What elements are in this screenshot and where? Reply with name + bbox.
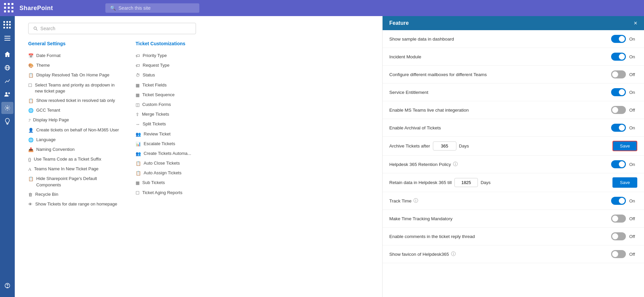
settings-item-display-resolved[interactable]: 📋 Display Resolved Tab On Home Page (28, 70, 122, 80)
content-search-icon (33, 26, 38, 31)
settings-item-date-format[interactable]: 📅 Date Format (28, 51, 122, 61)
toggle-comments-reply[interactable] (611, 232, 626, 240)
sidebar-icon-people[interactable] (1, 88, 13, 101)
sidebar-icon-help[interactable] (1, 280, 13, 292)
settings-item-label: Hide Sharepoint Page's Default Component… (36, 176, 122, 188)
escalate-tickets-icon: 📊 (136, 141, 141, 147)
settings-item-auto-assign[interactable]: 📋 Auto Assign Tickets (136, 168, 230, 178)
settings-item-label: Display Resolved Tab On Home Page (36, 72, 109, 78)
settings-item-recycle[interactable]: 🗑 Recycle Bin (28, 190, 122, 199)
toggle-time-tracking-mandatory[interactable] (611, 215, 626, 223)
archive-tickets-label: Archive Tickets after (389, 143, 430, 148)
sidebar-icon-chart[interactable] (1, 75, 13, 87)
settings-item-ticket-fields[interactable]: ▦ Ticket Fields (136, 80, 230, 90)
top-search-input[interactable] (118, 5, 195, 11)
svg-point-7 (8, 93, 10, 94)
settings-item-hide-sharepoint[interactable]: 📋 Hide Sharepoint Page's Default Compone… (28, 174, 122, 189)
svg-point-12 (7, 287, 8, 288)
hide-sharepoint-icon: 📋 (28, 176, 34, 182)
toggle-label-favicon: Off (629, 252, 637, 257)
priority-type-icon: 🏷 (136, 53, 140, 59)
settings-item-label: Ticket Fields (142, 82, 166, 88)
archive-days-input[interactable] (433, 141, 456, 151)
retain-days-input[interactable] (454, 178, 478, 187)
feature-right-incident-module: On (611, 53, 637, 61)
request-type-icon: 🏷 (136, 63, 140, 69)
settings-item-label: Priority Type (143, 53, 167, 59)
settings-item-ticket-aging[interactable]: ☐ Ticket Aging Reports (136, 188, 230, 198)
apps-grid-icon[interactable] (4, 3, 14, 13)
right-panel-title: Feature (389, 20, 409, 26)
right-panel-header: Feature × (383, 16, 644, 30)
sidebar-icon-home[interactable] (1, 48, 13, 60)
retain-days-unit: Days (481, 180, 491, 185)
retain-save-button[interactable]: Save (612, 177, 637, 188)
settings-item-help-page[interactable]: ? Display Help Page (28, 115, 122, 125)
ticket-customizations-col: Ticket Customizations 🏷 Priority Type 🏷 … (136, 41, 230, 209)
settings-item-escalate-tickets[interactable]: 📊 Escalate Tickets (136, 139, 230, 149)
right-panel-body: Show sample data in dashboard On Inciden… (383, 30, 644, 297)
toggle-label-time-tracking-mandatory: Off (629, 216, 637, 221)
svg-line-14 (36, 29, 37, 30)
select-teams-icon: ☐ (28, 82, 32, 88)
top-search-bar[interactable]: 🔍 (105, 3, 199, 13)
track-time-info-icon[interactable]: ⓘ (413, 198, 418, 204)
content-search-container (28, 23, 196, 34)
settings-item-label: Naming Convention (36, 146, 75, 153)
settings-item-show-resolved[interactable]: 📋 Show resolved ticket in resolved tab o… (28, 96, 122, 106)
archive-save-button[interactable]: Save (612, 141, 637, 151)
settings-item-label: Request Type (143, 62, 169, 68)
recycle-icon: 🗑 (28, 192, 33, 198)
sidebar-icon-globe[interactable] (1, 62, 13, 74)
settings-item-label: Escalate Tickets (144, 141, 175, 147)
settings-item-show-tickets[interactable]: 👁 Show Tickets for date range on homepag… (28, 199, 122, 209)
svg-rect-2 (4, 40, 10, 41)
right-panel-close-button[interactable]: × (634, 20, 637, 26)
retention-policy-info-icon[interactable]: ⓘ (453, 161, 458, 167)
settings-item-teams-name[interactable]: A Teams Name In New Ticket Page (28, 164, 122, 174)
toggle-track-time[interactable] (611, 197, 626, 205)
settings-item-theme[interactable]: 🎨 Theme (28, 61, 122, 70)
settings-item-request-type[interactable]: 🏷 Request Type (136, 61, 230, 70)
toggle-service-entitlement[interactable] (611, 88, 626, 96)
settings-item-label: Select Teams and priority as dropdown in… (35, 82, 122, 94)
toggle-retention-policy[interactable] (611, 160, 626, 168)
sidebar-icon-menu[interactable] (1, 32, 13, 44)
feature-row-mailboxes: Configure different mailboxes for differ… (383, 66, 644, 83)
settings-item-sub-tickets[interactable]: ▦ Sub Tickets (136, 178, 230, 188)
settings-item-auto-close[interactable]: 📋 Auto Close Tickets (136, 159, 230, 168)
settings-item-split-tickets[interactable]: ↔ Split Tickets (136, 119, 230, 129)
toggle-sample-data[interactable] (611, 35, 626, 43)
toggle-incident-module[interactable] (611, 53, 626, 61)
settings-item-custom-forms[interactable]: ◫ Custom Forms (136, 100, 230, 110)
settings-item-merge-tickets[interactable]: ⇧ Merge Tickets (136, 110, 230, 119)
favicon-info-icon[interactable]: ⓘ (451, 251, 456, 257)
toggle-ms-teams-chat[interactable] (611, 106, 626, 114)
feature-row-retain-data: Retain data in Helpdesk 365 till Days Sa… (383, 173, 644, 192)
feature-row-ms-teams-chat: Enable MS Teams live chat integeration O… (383, 101, 644, 119)
settings-item-label: Auto Close Tickets (144, 160, 180, 166)
sidebar-icon-settings[interactable] (1, 102, 13, 114)
help-page-icon: ? (28, 117, 31, 123)
settings-item-create-auto[interactable]: 👥 Create Tickets Automa... (136, 149, 230, 159)
settings-item-priority-type[interactable]: 🏷 Priority Type (136, 51, 230, 61)
toggle-archival[interactable] (611, 124, 626, 132)
settings-item-label: Custom Forms (142, 102, 171, 108)
settings-item-ticket-sequence[interactable]: ▦ Ticket Sequence (136, 90, 230, 100)
sidebar-icon-lightbulb[interactable] (1, 115, 13, 127)
toggle-mailboxes[interactable] (611, 70, 626, 78)
settings-item-create-tickets[interactable]: 👤 Create tickets on behalf of Non-M365 U… (28, 125, 122, 135)
settings-item-label: Create tickets on behalf of Non-M365 Use… (36, 127, 119, 133)
settings-item-status[interactable]: ⏱ Status (136, 70, 230, 80)
feature-right-archival: On (611, 124, 637, 132)
content-search-input[interactable] (40, 26, 191, 31)
settings-item-gcc[interactable]: 🌐 GCC Tenant (28, 106, 122, 115)
settings-item-review-ticket[interactable]: 👥 Review Ticket (136, 129, 230, 139)
toggle-favicon[interactable] (611, 250, 626, 258)
settings-item-naming[interactable]: 📥 Naming Convention (28, 145, 122, 155)
sidebar-icon-apps[interactable] (1, 19, 13, 31)
settings-item-language[interactable]: 🌐 Language (28, 135, 122, 145)
feature-right-service-entitlement: On (611, 88, 637, 96)
settings-item-teams-code[interactable]: {} Use Teams Code as a Ticket Suffix (28, 155, 122, 164)
settings-item-select-teams[interactable]: ☐ Select Teams and priority as dropdown … (28, 80, 122, 96)
